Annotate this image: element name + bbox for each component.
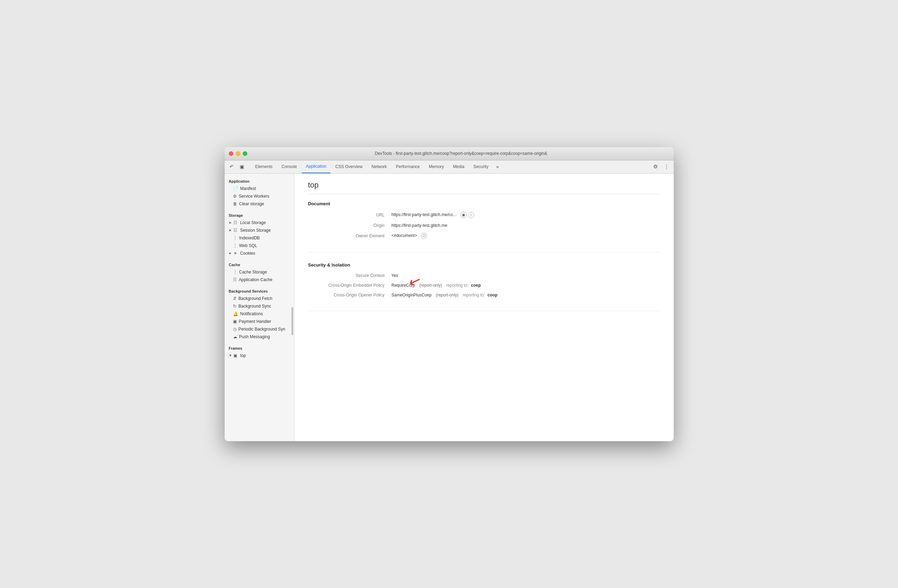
sidebar-item-push-messaging-label: Push Messaging [239, 334, 270, 339]
cursor-icon[interactable]: ↶ [228, 163, 236, 171]
more-options-icon[interactable]: ⋮ [663, 163, 671, 171]
coep-reporting-label: reporting to: coep [446, 283, 481, 288]
cache-section-title: Cache [224, 260, 294, 268]
sidebar-item-payment-handler[interactable]: ▣ Payment Handler [224, 318, 294, 325]
security-section: Security & Isolation Secure Context Yes … [308, 261, 660, 311]
content-inner: top Document URL https://first-party-tes… [294, 174, 674, 326]
sidebar-item-top-frame-label: top [240, 353, 246, 358]
application-cache-icon: ☷ [233, 277, 237, 282]
storage-section-title: Storage [224, 211, 294, 219]
coop-reporting-label-text: reporting to: [463, 292, 485, 297]
maximize-button[interactable] [243, 151, 247, 156]
sidebar-item-clear-storage[interactable]: 🗑 Clear storage [224, 200, 294, 208]
origin-value: https://first-party-test.glitch.me [392, 223, 447, 228]
settings-icon[interactable]: ⚙ [651, 163, 660, 171]
coep-reporting-value: coep [471, 283, 481, 288]
cookies-icon: ☀ [234, 251, 237, 256]
sidebar-item-service-workers[interactable]: ⚙ Service Workers [224, 192, 294, 200]
tab-elements[interactable]: Elements [251, 160, 277, 173]
notifications-icon: 🔔 [233, 311, 238, 316]
sidebar-scrollbar[interactable] [291, 307, 293, 335]
coep-label: Cross-Origin Embedder Policy [308, 283, 392, 288]
owner-element-label: Owner Element [308, 234, 392, 238]
secure-context-field-row: Secure Context Yes [308, 273, 660, 278]
owner-element-link[interactable]: <#document> [392, 233, 417, 238]
tab-media[interactable]: Media [449, 160, 469, 173]
coop-reporting-label: reporting to: coop [463, 292, 497, 297]
sidebar-item-session-storage[interactable]: ► ☷ Session Storage [224, 226, 294, 234]
sidebar-item-manifest[interactable]: 📄 Manifest [224, 185, 294, 192]
sidebar-item-web-sql[interactable]: ⋮ Web SQL [224, 242, 294, 249]
sidebar-item-cache-storage-label: Cache Storage [239, 269, 267, 274]
tab-icons: ↶ ▣ [228, 163, 246, 171]
origin-label: Origin [308, 223, 392, 228]
copy-icon[interactable]: ◉ [460, 212, 467, 218]
secure-context-value: Yes [392, 273, 398, 278]
sidebar-item-cache-storage[interactable]: ⋮ Cache Storage [224, 268, 294, 276]
frame-title: top [308, 180, 660, 194]
sidebar-item-service-workers-label: Service Workers [239, 194, 269, 199]
sidebar-item-session-storage-label: Session Storage [240, 228, 271, 233]
coop-field-row: Cross-Origin Opener Policy SameOriginPlu… [308, 292, 660, 297]
security-section-title: Security & Isolation [308, 262, 660, 268]
coop-reporting-value: coop [487, 292, 498, 297]
close-button[interactable] [229, 151, 234, 156]
tabbar: ↶ ▣ Elements Console Application CSS Ove… [224, 160, 674, 174]
window-title: DevTools - first-party-test.glitch.me/co… [253, 151, 669, 156]
url-value: https://first-party-test.glitch.me/co...… [392, 212, 474, 218]
device-toggle-icon[interactable]: ▣ [238, 163, 246, 171]
sidebar-item-notifications[interactable]: 🔔 Notifications [224, 310, 294, 318]
sidebar-item-web-sql-label: Web SQL [239, 243, 257, 248]
background-services-title: Background Services [224, 286, 294, 295]
more-tabs-button[interactable]: » [493, 162, 501, 171]
minimize-button[interactable] [236, 151, 240, 156]
origin-field-row: Origin https://first-party-test.glitch.m… [308, 223, 660, 228]
sidebar-item-push-messaging[interactable]: ☁ Push Messaging [224, 333, 294, 341]
document-section-title: Document [308, 201, 660, 206]
tab-css-overview[interactable]: CSS Overview [331, 160, 367, 173]
tab-application[interactable]: Application [302, 160, 331, 173]
sidebar-item-manifest-label: Manifest [240, 186, 256, 191]
main-area: Application 📄 Manifest ⚙ Service Workers… [224, 174, 674, 441]
url-label: URL [308, 212, 392, 217]
indexed-db-icon: ⋮ [233, 236, 237, 240]
sidebar-item-local-storage-label: Local Storage [240, 220, 266, 225]
tab-memory[interactable]: Memory [424, 160, 448, 173]
coop-label: Cross-Origin Opener Policy [308, 292, 392, 297]
cache-storage-icon: ⋮ [233, 269, 237, 274]
sidebar-item-background-sync-label: Background Sync [238, 304, 271, 309]
sidebar-item-notifications-label: Notifications [240, 311, 263, 316]
sidebar-item-cookies[interactable]: ► ☀ Cookies [224, 249, 294, 257]
sidebar-item-cookies-label: Cookies [240, 251, 255, 256]
local-storage-icon: ☷ [234, 220, 237, 225]
sidebar-item-clear-storage-label: Clear storage [239, 202, 264, 206]
sidebar-item-periodic-background-sync-label: Periodic Background Syn [238, 327, 286, 332]
open-icon[interactable]: ↑ [468, 212, 474, 218]
sidebar-item-top-frame[interactable]: ▼ ▣ top [224, 352, 294, 359]
sidebar-item-background-sync[interactable]: ↻ Background Sync [224, 302, 294, 310]
coop-report-only: (report-only) [436, 292, 458, 297]
sidebar-item-indexed-db-label: IndexedDB [239, 236, 260, 240]
frames-section-title: Frames [224, 343, 294, 352]
background-sync-icon: ↻ [233, 304, 237, 309]
background-fetch-icon: ⇵ [233, 296, 237, 301]
owner-element-icons: ⓘ [421, 233, 427, 239]
tab-security[interactable]: Security [469, 160, 492, 173]
sidebar-item-indexed-db[interactable]: ⋮ IndexedDB [224, 234, 294, 242]
expand-arrow-icon: ► [229, 220, 232, 225]
coop-value: SameOriginPlusCoep [392, 292, 432, 297]
url-icons: ◉ ↑ [460, 212, 474, 218]
sidebar-item-background-fetch[interactable]: ⇵ Background Fetch [224, 295, 294, 302]
tab-console[interactable]: Console [278, 160, 301, 173]
coep-field-row: ↙ Cross-Origin Embedder Policy RequireCo… [308, 283, 660, 288]
sidebar-item-local-storage[interactable]: ► ☷ Local Storage [224, 219, 294, 226]
tab-performance[interactable]: Performance [392, 160, 424, 173]
info-icon[interactable]: ⓘ [421, 233, 427, 239]
coep-reporting-label-text: reporting to: [446, 283, 469, 288]
sidebar-item-application-cache[interactable]: ☷ Application Cache [224, 276, 294, 283]
sidebar-item-periodic-background-sync[interactable]: ◷ Periodic Background Syn [224, 325, 294, 333]
tab-network[interactable]: Network [367, 160, 391, 173]
service-workers-icon: ⚙ [233, 194, 237, 199]
push-messaging-icon: ☁ [233, 334, 237, 339]
application-section-title: Application [224, 176, 294, 185]
